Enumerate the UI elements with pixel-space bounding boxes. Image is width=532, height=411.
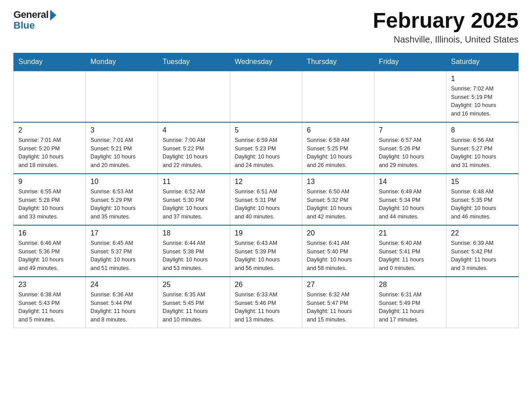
location-title: Nashville, Illinois, United States [373,34,519,45]
calendar-cell: 18Sunrise: 6:44 AM Sunset: 5:38 PM Dayli… [158,225,230,277]
weekday-header-sunday: Sunday [14,53,86,71]
day-number: 16 [18,229,81,237]
day-info: Sunrise: 6:58 AM Sunset: 5:25 PM Dayligh… [307,136,369,170]
day-info: Sunrise: 6:32 AM Sunset: 5:47 PM Dayligh… [307,291,369,324]
day-info: Sunrise: 6:38 AM Sunset: 5:43 PM Dayligh… [18,291,81,324]
day-info: Sunrise: 6:49 AM Sunset: 5:34 PM Dayligh… [379,188,442,221]
calendar-cell: 9Sunrise: 6:55 AM Sunset: 5:28 PM Daylig… [14,174,86,225]
calendar-cell [230,71,302,122]
day-info: Sunrise: 6:59 AM Sunset: 5:23 PM Dayligh… [235,136,297,170]
calendar-table: SundayMondayTuesdayWednesdayThursdayFrid… [13,53,519,328]
calendar-cell: 10Sunrise: 6:53 AM Sunset: 5:29 PM Dayli… [86,174,158,225]
weekday-header-tuesday: Tuesday [158,53,230,71]
day-number: 11 [163,178,225,186]
day-info: Sunrise: 6:44 AM Sunset: 5:38 PM Dayligh… [163,239,225,273]
day-number: 20 [307,229,369,237]
calendar-cell: 19Sunrise: 6:43 AM Sunset: 5:39 PM Dayli… [230,225,302,277]
day-number: 3 [90,126,153,134]
calendar-week-row: 23Sunrise: 6:38 AM Sunset: 5:43 PM Dayli… [14,277,519,328]
day-number: 25 [163,281,225,289]
calendar-cell: 6Sunrise: 6:58 AM Sunset: 5:25 PM Daylig… [302,122,374,174]
calendar-cell: 24Sunrise: 6:36 AM Sunset: 5:44 PM Dayli… [86,277,158,328]
calendar-cell: 16Sunrise: 6:46 AM Sunset: 5:36 PM Dayli… [14,225,86,277]
calendar-cell: 22Sunrise: 6:39 AM Sunset: 5:42 PM Dayli… [446,225,519,277]
day-number: 22 [451,229,514,237]
day-number: 14 [379,178,442,186]
day-info: Sunrise: 6:43 AM Sunset: 5:39 PM Dayligh… [235,239,297,273]
calendar-cell: 27Sunrise: 6:32 AM Sunset: 5:47 PM Dayli… [302,277,374,328]
day-number: 10 [90,178,153,186]
day-info: Sunrise: 6:53 AM Sunset: 5:29 PM Dayligh… [90,188,153,221]
day-info: Sunrise: 6:46 AM Sunset: 5:36 PM Dayligh… [18,239,81,273]
day-info: Sunrise: 6:39 AM Sunset: 5:42 PM Dayligh… [451,239,514,273]
page-header: General Blue February 2025 Nashville, Il… [13,9,519,45]
calendar-cell [302,71,374,122]
day-info: Sunrise: 6:35 AM Sunset: 5:45 PM Dayligh… [163,291,225,324]
calendar-cell [86,71,158,122]
logo-general-text: General [13,9,48,21]
day-info: Sunrise: 7:00 AM Sunset: 5:22 PM Dayligh… [163,136,225,170]
day-number: 21 [379,229,442,237]
day-info: Sunrise: 6:57 AM Sunset: 5:26 PM Dayligh… [379,136,442,170]
weekday-header-wednesday: Wednesday [230,53,302,71]
weekday-header-row: SundayMondayTuesdayWednesdayThursdayFrid… [14,53,519,71]
day-info: Sunrise: 6:50 AM Sunset: 5:32 PM Dayligh… [307,188,369,221]
day-number: 28 [379,281,442,289]
day-info: Sunrise: 6:52 AM Sunset: 5:30 PM Dayligh… [163,188,225,221]
day-info: Sunrise: 6:56 AM Sunset: 5:27 PM Dayligh… [451,136,514,170]
calendar-cell: 2Sunrise: 7:01 AM Sunset: 5:20 PM Daylig… [14,122,86,174]
calendar-cell: 13Sunrise: 6:50 AM Sunset: 5:32 PM Dayli… [302,174,374,225]
calendar-week-row: 2Sunrise: 7:01 AM Sunset: 5:20 PM Daylig… [14,122,519,174]
calendar-cell: 1Sunrise: 7:02 AM Sunset: 5:19 PM Daylig… [446,71,519,122]
day-info: Sunrise: 6:33 AM Sunset: 5:46 PM Dayligh… [235,291,297,324]
day-info: Sunrise: 6:45 AM Sunset: 5:37 PM Dayligh… [90,239,153,273]
day-info: Sunrise: 7:02 AM Sunset: 5:19 PM Dayligh… [451,85,514,118]
logo-arrow-icon [50,10,56,21]
day-info: Sunrise: 6:36 AM Sunset: 5:44 PM Dayligh… [90,291,153,324]
day-number: 7 [379,126,442,134]
calendar-cell: 11Sunrise: 6:52 AM Sunset: 5:30 PM Dayli… [158,174,230,225]
title-block: February 2025 Nashville, Illinois, Unite… [373,9,519,45]
day-number: 6 [307,126,369,134]
calendar-cell: 21Sunrise: 6:40 AM Sunset: 5:41 PM Dayli… [374,225,446,277]
weekday-header-friday: Friday [374,53,446,71]
month-title: February 2025 [373,9,519,33]
calendar-cell: 3Sunrise: 7:01 AM Sunset: 5:21 PM Daylig… [86,122,158,174]
day-number: 17 [90,229,153,237]
calendar-cell: 14Sunrise: 6:49 AM Sunset: 5:34 PM Dayli… [374,174,446,225]
day-number: 8 [451,126,514,134]
calendar-cell: 8Sunrise: 6:56 AM Sunset: 5:27 PM Daylig… [446,122,519,174]
calendar-cell: 12Sunrise: 6:51 AM Sunset: 5:31 PM Dayli… [230,174,302,225]
calendar-cell: 23Sunrise: 6:38 AM Sunset: 5:43 PM Dayli… [14,277,86,328]
day-info: Sunrise: 6:48 AM Sunset: 5:35 PM Dayligh… [451,188,514,221]
calendar-cell: 20Sunrise: 6:41 AM Sunset: 5:40 PM Dayli… [302,225,374,277]
day-info: Sunrise: 6:51 AM Sunset: 5:31 PM Dayligh… [235,188,297,221]
calendar-cell [14,71,86,122]
day-info: Sunrise: 6:31 AM Sunset: 5:49 PM Dayligh… [379,291,442,324]
calendar-week-row: 16Sunrise: 6:46 AM Sunset: 5:36 PM Dayli… [14,225,519,277]
calendar-cell [446,277,519,328]
day-number: 13 [307,178,369,186]
day-info: Sunrise: 7:01 AM Sunset: 5:20 PM Dayligh… [18,136,81,170]
calendar-cell: 25Sunrise: 6:35 AM Sunset: 5:45 PM Dayli… [158,277,230,328]
logo-blue-text: Blue [13,20,35,31]
day-info: Sunrise: 6:40 AM Sunset: 5:41 PM Dayligh… [379,239,442,273]
weekday-header-thursday: Thursday [302,53,374,71]
day-info: Sunrise: 6:41 AM Sunset: 5:40 PM Dayligh… [307,239,369,273]
calendar-cell [374,71,446,122]
day-number: 24 [90,281,153,289]
calendar-cell: 4Sunrise: 7:00 AM Sunset: 5:22 PM Daylig… [158,122,230,174]
calendar-cell: 17Sunrise: 6:45 AM Sunset: 5:37 PM Dayli… [86,225,158,277]
calendar-cell: 15Sunrise: 6:48 AM Sunset: 5:35 PM Dayli… [446,174,519,225]
day-number: 23 [18,281,81,289]
calendar-cell: 28Sunrise: 6:31 AM Sunset: 5:49 PM Dayli… [374,277,446,328]
calendar-cell: 26Sunrise: 6:33 AM Sunset: 5:46 PM Dayli… [230,277,302,328]
logo: General Blue [13,9,56,31]
weekday-header-saturday: Saturday [446,53,519,71]
day-number: 19 [235,229,297,237]
day-number: 1 [451,75,514,83]
calendar-cell: 7Sunrise: 6:57 AM Sunset: 5:26 PM Daylig… [374,122,446,174]
day-number: 26 [235,281,297,289]
weekday-header-monday: Monday [86,53,158,71]
day-number: 4 [163,126,225,134]
